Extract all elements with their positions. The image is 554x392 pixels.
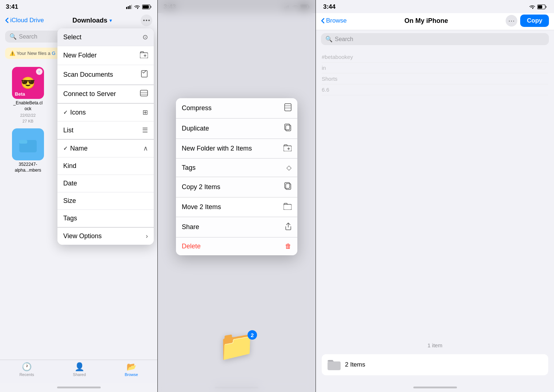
context-item-new-folder-items[interactable]: New Folder with 2 Items: [176, 139, 297, 159]
signal-icon: [126, 5, 132, 9]
svg-rect-11: [19, 140, 27, 144]
menu-label-icons: Icons: [70, 109, 86, 116]
context-item-move-2-items[interactable]: Move 2 Items: [176, 197, 297, 217]
cloud-badge: ↑: [36, 68, 43, 75]
home-indicator-3: [316, 383, 554, 392]
menu-item-view-options[interactable]: View Options ›: [57, 227, 154, 245]
shared-icon: 👤: [75, 362, 84, 372]
file-item-alpha[interactable]: 3522247-alpha...mbers: [5, 128, 51, 173]
status-time-3: 3:44: [323, 3, 336, 11]
svg-rect-6: [150, 6, 152, 8]
context-label-move-2-items: Move 2 Items: [182, 203, 221, 211]
share-svg: [285, 222, 292, 230]
menu-item-size[interactable]: Size: [57, 192, 154, 210]
copy-button[interactable]: Copy: [520, 15, 549, 27]
svg-rect-34: [546, 6, 547, 8]
tab-browse[interactable]: 📂 Browse: [125, 362, 138, 377]
menu-item-icons[interactable]: ✓ Icons ⊞: [57, 103, 154, 121]
panel-2-context-menu: 3:43 📁 2: [157, 0, 316, 392]
file-meta-beta: 22/02/22: [20, 113, 36, 117]
new-folder-icon: [140, 51, 148, 60]
copy-svg: [284, 182, 292, 190]
menu-item-date[interactable]: Date: [57, 175, 154, 192]
scan-documents-icon: [141, 70, 148, 80]
sort-name-icon: ∧: [143, 144, 148, 152]
more-button-3[interactable]: ⋯: [506, 15, 517, 27]
wifi-icon-3: [529, 5, 535, 9]
menu-label-new-folder: New Folder: [63, 52, 97, 59]
tab-bar-1: 🕐 Recents 👤 Shared 📂 Browse: [0, 360, 157, 383]
menu-item-name[interactable]: ✓ Name ∧: [57, 139, 154, 157]
home-bar-3: [413, 387, 457, 388]
warning-link[interactable]: G: [52, 51, 55, 56]
svg-point-9: [148, 20, 150, 21]
menu-label-icons-wrap: ✓ Icons: [63, 109, 86, 116]
nav-bar-3: Browse On My iPhone ⋯ Copy: [316, 13, 554, 30]
context-label-copy-2-items: Copy 2 Items: [182, 183, 220, 191]
home-bar-1: [57, 387, 101, 388]
svg-point-8: [146, 20, 147, 21]
p3-folder-row[interactable]: 2 Items: [322, 354, 548, 375]
context-item-copy-2-items[interactable]: Copy 2 Items: [176, 177, 297, 197]
icons-view-icon: ⊞: [142, 108, 148, 116]
menu-item-connect-to-server[interactable]: Connect to Server: [57, 85, 154, 103]
tags-icon: ◇: [286, 164, 292, 172]
search-placeholder-1: Search: [19, 33, 37, 40]
context-item-delete[interactable]: Delete 🗑: [176, 237, 297, 255]
chevron-left-icon: [5, 17, 9, 23]
status-icons-1: [126, 4, 152, 9]
tab-recents[interactable]: 🕐 Recents: [19, 362, 34, 377]
delete-icon: 🗑: [285, 243, 292, 250]
menu-label-scan-documents: Scan Documents: [63, 71, 113, 79]
status-bar-1: 3:41: [0, 0, 157, 13]
ghost-item-3: Shorts: [322, 73, 548, 84]
back-button-1[interactable]: iCloud Drive: [5, 17, 44, 24]
file-item-beta[interactable]: 😎 Beta ↑ _EnableBeta.clock 22/02/22 27 K…: [5, 67, 51, 123]
folder-svg-alpha: [19, 136, 37, 152]
tab-shared[interactable]: 👤 Shared: [73, 362, 86, 377]
search-icon-3: 🔍: [325, 36, 333, 43]
menu-item-tags[interactable]: Tags: [57, 210, 154, 227]
duplicate-icon: [284, 124, 292, 133]
ghost-item-4: 6.6: [322, 84, 548, 95]
copy-items-icon: [284, 182, 292, 192]
nav-title-1: Downloads: [72, 17, 107, 24]
file-size-beta: 27 KB: [23, 119, 33, 123]
compress-icon: [284, 103, 292, 113]
context-item-compress[interactable]: Compress: [176, 98, 297, 119]
svg-rect-5: [143, 5, 149, 9]
check-icons: ✓: [63, 109, 68, 116]
menu-item-new-folder[interactable]: New Folder: [57, 46, 154, 65]
menu-label-name: Name: [70, 145, 88, 152]
svg-rect-35: [328, 361, 341, 370]
compress-svg: [284, 103, 292, 111]
p3-main-content: 1 item 2 Items: [316, 98, 554, 383]
file-thumb-alpha: [12, 128, 44, 160]
menu-item-scan-documents[interactable]: Scan Documents: [57, 65, 154, 85]
p3-item-count: 1 item: [322, 342, 548, 348]
context-item-share[interactable]: Share: [176, 217, 297, 237]
badge-count: 2: [248, 330, 257, 340]
svg-rect-23: [285, 104, 291, 111]
p3-folder-label: 2 Items: [345, 361, 365, 368]
list-view-icon: ☰: [142, 126, 148, 134]
menu-label-connect-to-server: Connect to Server: [63, 90, 116, 98]
check-name: ✓: [63, 145, 68, 152]
context-item-tags[interactable]: Tags ◇: [176, 159, 297, 177]
menu-item-select[interactable]: Select ⊙: [57, 28, 154, 46]
server-icon: [140, 90, 148, 96]
menu-item-list[interactable]: List ☰: [57, 121, 154, 139]
nav-chevron-1[interactable]: ▾: [109, 17, 112, 23]
context-item-duplicate[interactable]: Duplicate: [176, 119, 297, 139]
tab-label-shared: Shared: [73, 372, 86, 377]
battery-icon: [142, 4, 152, 9]
menu-label-date: Date: [63, 180, 77, 187]
search-bar-3[interactable]: 🔍 Search: [321, 33, 549, 45]
menu-item-kind[interactable]: Kind: [57, 157, 154, 175]
connect-server-icon: [140, 90, 148, 98]
home-indicator-1: [0, 383, 157, 392]
battery-icon-3: [537, 4, 547, 9]
p3-spacer: [322, 105, 548, 328]
back-button-3[interactable]: Browse: [321, 17, 347, 24]
more-options-button[interactable]: [141, 15, 152, 26]
